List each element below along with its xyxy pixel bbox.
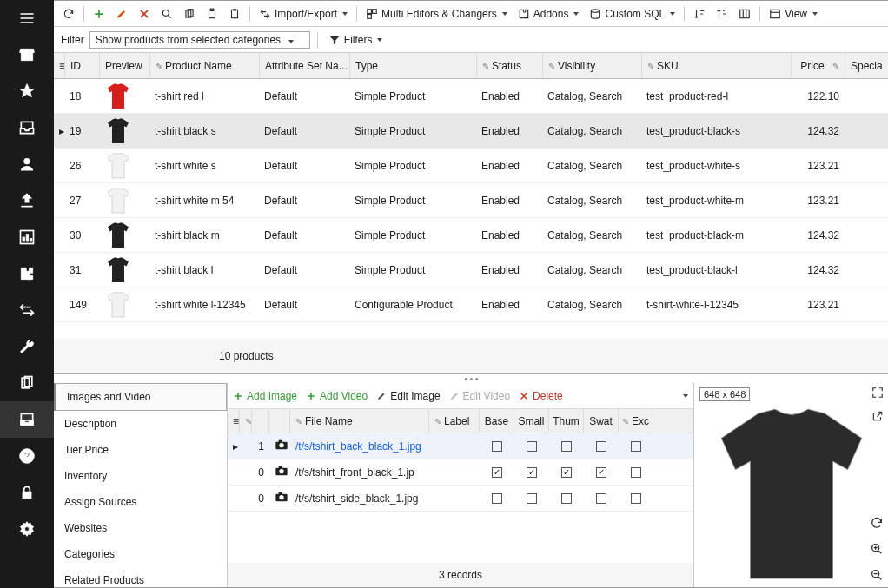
checkbox[interactable] xyxy=(492,467,502,478)
checkbox[interactable] xyxy=(492,441,502,452)
checkbox[interactable] xyxy=(596,493,606,504)
img-base-header[interactable]: Base xyxy=(480,409,514,433)
table-row[interactable]: 149 t-shirt white l-12345 Default Config… xyxy=(54,287,888,322)
table-row[interactable]: 27 t-shirt white m 54 Default Simple Pro… xyxy=(54,183,888,218)
lock-icon[interactable] xyxy=(0,474,54,511)
transfer-icon[interactable] xyxy=(0,292,54,328)
preview-image[interactable] xyxy=(694,405,888,587)
add-image-button[interactable]: Add Image xyxy=(233,390,297,402)
img-edit-header[interactable] xyxy=(240,409,252,433)
refresh-button[interactable] xyxy=(59,6,78,22)
upload-icon[interactable] xyxy=(0,182,54,219)
user-icon[interactable] xyxy=(0,146,54,182)
image-row[interactable]: 0 /t/s/tshirt_side_black_1.jpg xyxy=(228,486,693,512)
detail-tab[interactable]: Images and Video xyxy=(54,383,227,411)
detail-tab[interactable]: Categories xyxy=(54,541,227,567)
image-row[interactable]: ▸ 1 /t/s/tshirt_back_black_1.jpg xyxy=(228,433,693,459)
detail-tab[interactable]: Assign Sources xyxy=(54,489,227,515)
col-visibility[interactable]: Visibility xyxy=(543,53,642,78)
col-price[interactable]: Price xyxy=(792,53,845,78)
archive-icon[interactable] xyxy=(0,401,54,438)
star-icon[interactable] xyxy=(0,73,54,109)
table-row[interactable]: 31 t-shirt black l Default Simple Produc… xyxy=(54,253,888,287)
checkbox[interactable] xyxy=(492,493,502,504)
filter-select[interactable]: Show products from selected categories xyxy=(89,31,310,49)
img-thum-header[interactable]: Thum xyxy=(549,409,584,433)
checkbox[interactable] xyxy=(631,441,641,452)
zoom-in-icon[interactable] xyxy=(868,540,885,558)
col-attr-set[interactable]: Attribute Set Na... xyxy=(260,53,350,78)
edit-image-button[interactable]: Edit Image xyxy=(376,390,440,402)
table-row[interactable]: 18 t-shirt red l Default Simple Product … xyxy=(54,79,888,114)
row-handle-header[interactable]: ≡ xyxy=(54,53,65,78)
sort-button-1[interactable] xyxy=(690,6,709,22)
detail-tab[interactable]: Inventory xyxy=(54,463,227,489)
detail-tab[interactable]: Tier Price xyxy=(54,437,227,463)
img-small-header[interactable]: Small xyxy=(514,409,549,433)
fullscreen-icon[interactable] xyxy=(871,386,884,401)
zoom-out-icon[interactable] xyxy=(868,566,885,584)
checkbox[interactable] xyxy=(527,467,537,478)
img-idx-header[interactable] xyxy=(252,409,269,433)
img-filename-header[interactable]: File Name xyxy=(290,409,429,433)
checkbox[interactable] xyxy=(561,441,572,452)
columns-button[interactable] xyxy=(735,6,754,22)
gear-icon[interactable] xyxy=(0,511,54,547)
wrench-icon[interactable] xyxy=(0,328,54,365)
checkbox[interactable] xyxy=(527,441,537,452)
checkbox[interactable] xyxy=(527,493,537,504)
img-row-handle-header[interactable]: ≡ xyxy=(228,409,240,433)
detail-tab[interactable]: Websites xyxy=(54,515,227,541)
img-cam-header[interactable] xyxy=(269,409,290,433)
images-body[interactable]: ▸ 1 /t/s/tshirt_back_black_1.jpg 0 /t/s/… xyxy=(228,433,693,563)
filters-dropdown[interactable]: Filters xyxy=(325,32,387,48)
custom-sql-dropdown[interactable]: Custom SQL xyxy=(586,6,679,22)
col-special[interactable]: Specia xyxy=(845,53,888,78)
sort-button-2[interactable] xyxy=(712,6,732,22)
grid-body[interactable]: 18 t-shirt red l Default Simple Product … xyxy=(54,79,888,339)
add-video-button[interactable]: Add Video xyxy=(306,390,368,402)
col-sku[interactable]: SKU xyxy=(642,53,792,78)
inbox-icon[interactable] xyxy=(0,109,54,146)
menu-icon[interactable] xyxy=(0,0,54,36)
image-row[interactable]: 0 /t/s/tshirt_front_black_1.jp xyxy=(228,459,693,486)
detail-tab[interactable]: Related Products xyxy=(54,567,227,587)
add-button[interactable] xyxy=(89,6,109,22)
import-export-dropdown[interactable]: Import/Export xyxy=(255,6,351,22)
col-id[interactable]: ID xyxy=(65,53,100,78)
edit-button[interactable] xyxy=(112,6,131,22)
col-status[interactable]: Status xyxy=(477,53,543,78)
col-product-name[interactable]: Product Name xyxy=(150,53,260,78)
col-preview[interactable]: Preview xyxy=(100,53,150,78)
search-button[interactable] xyxy=(157,6,176,22)
delete-button[interactable] xyxy=(135,6,154,22)
paste-button[interactable] xyxy=(225,6,244,22)
detail-tab[interactable]: Description xyxy=(54,411,227,437)
more-dropdown[interactable] xyxy=(683,394,688,398)
clipboard-button[interactable] xyxy=(202,6,222,22)
checkbox[interactable] xyxy=(561,493,572,504)
multi-editors-dropdown[interactable]: Multi Editors & Changers xyxy=(362,6,511,22)
checkbox[interactable] xyxy=(631,493,641,504)
table-row[interactable]: 30 t-shirt black m Default Simple Produc… xyxy=(54,218,888,253)
puzzle-icon[interactable] xyxy=(0,255,54,292)
delete-image-button[interactable]: Delete xyxy=(519,390,563,402)
store-icon[interactable] xyxy=(0,36,54,73)
rotate-icon[interactable] xyxy=(868,514,885,532)
chart-icon[interactable] xyxy=(0,219,54,255)
img-swat-header[interactable]: Swat xyxy=(584,409,619,433)
table-row[interactable]: 26 t-shirt white s Default Simple Produc… xyxy=(54,149,888,183)
table-row[interactable]: ▸ 19 t-shirt black s Default Simple Prod… xyxy=(54,114,888,149)
split-handle[interactable]: • • • xyxy=(54,374,888,383)
copy-icon[interactable] xyxy=(0,365,54,401)
checkbox[interactable] xyxy=(561,467,572,478)
clone-button[interactable] xyxy=(180,6,199,22)
addons-dropdown[interactable]: Addons xyxy=(514,6,583,22)
checkbox[interactable] xyxy=(596,467,606,478)
img-exc-header[interactable]: Exc xyxy=(619,409,653,433)
img-label-header[interactable]: Label xyxy=(429,409,480,433)
col-type[interactable]: Type xyxy=(350,53,477,78)
checkbox[interactable] xyxy=(631,467,641,478)
view-dropdown[interactable]: View xyxy=(765,6,821,22)
external-link-icon[interactable] xyxy=(871,410,884,425)
